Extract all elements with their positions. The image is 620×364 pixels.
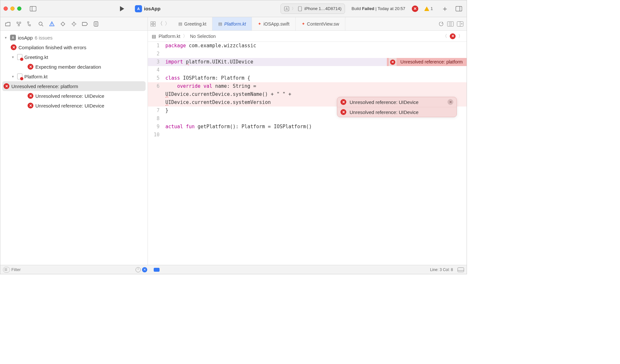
source-control-navigator-icon[interactable] <box>15 20 22 28</box>
line-number: 1 <box>148 42 164 50</box>
svg-point-17 <box>52 25 52 26</box>
code-line[interactable]: 10 <box>148 131 467 139</box>
project-row[interactable]: ▾ A iosApp 6 issues <box>0 33 148 42</box>
tab-contentview[interactable]: ✦ ContentView.sw <box>296 17 345 30</box>
run-button[interactable] <box>117 4 126 13</box>
breadcrumb-selection[interactable]: No Selection <box>190 34 216 39</box>
file-row-platform[interactable]: ▾ Platform.kt <box>0 72 148 81</box>
code-line[interactable]: 9actual fun getPlatform(): Platform = IO… <box>148 123 467 131</box>
tab-label: ContentView.sw <box>307 21 339 27</box>
error-icon: ✕ <box>340 99 346 105</box>
next-issue-button[interactable]: 〉 <box>458 33 463 39</box>
code-content[interactable]: package com.example.wizzclassic <box>164 42 467 50</box>
clear-filter-icon[interactable]: ✕ <box>142 267 147 272</box>
tab-greeting[interactable]: ▤ Greeting.kt <box>173 17 212 30</box>
add-editor-icon[interactable]: + <box>457 21 463 27</box>
issue-row[interactable]: ✕ Unresolved reference: UIDevice <box>0 91 148 101</box>
chevron-right-icon: 〉 <box>292 6 295 11</box>
svg-rect-5 <box>298 6 302 11</box>
line-number: 5 <box>148 74 164 82</box>
issue-row[interactable]: ✕ Expecting member declaration <box>0 62 148 72</box>
recent-filter-icon[interactable] <box>136 267 141 272</box>
line-number: 9 <box>148 123 164 131</box>
file-icon: ▤ <box>152 34 156 39</box>
build-state: Failed <box>362 6 375 11</box>
breakpoint-tag-icon[interactable] <box>154 268 160 272</box>
panel-toggle-icon[interactable] <box>458 267 464 272</box>
error-text: Unresolved reference: UIDevice <box>350 109 419 115</box>
error-icon[interactable]: ✕ <box>450 33 456 39</box>
svg-marker-18 <box>61 22 65 26</box>
sidebar-toggle-icon[interactable] <box>29 4 38 13</box>
symbol-navigator-icon[interactable] <box>26 20 33 28</box>
prev-issue-button[interactable]: 〈 <box>443 33 447 39</box>
scheme-selector[interactable]: A iosApp <box>135 5 161 12</box>
code-line[interactable]: 1package com.example.wizzclassic <box>148 42 467 50</box>
build-time: Today at 20:57 <box>377 6 405 11</box>
chevron-right-icon: 〉 <box>183 33 187 39</box>
zoom-window-button[interactable] <box>17 6 21 11</box>
warnings-indicator[interactable]: 1 <box>424 6 433 11</box>
tab-label: Greeting.kt <box>184 21 206 27</box>
errors-indicator[interactable]: ✕ <box>412 6 418 12</box>
library-icon[interactable] <box>454 4 463 13</box>
code-line[interactable]: 2 <box>148 50 467 58</box>
filter-icon[interactable] <box>3 267 10 273</box>
svg-text:A: A <box>285 7 288 11</box>
disclosure-icon[interactable]: ▾ <box>11 74 15 79</box>
test-navigator-icon[interactable] <box>59 20 66 28</box>
warning-icon <box>424 6 429 11</box>
minimize-window-button[interactable] <box>10 6 15 11</box>
line-number: 10 <box>148 131 164 139</box>
disclosure-icon[interactable]: ▾ <box>4 36 8 40</box>
code-content[interactable]: class IOSPlatform: Platform { <box>164 74 467 82</box>
code-content[interactable]: import platform.UIKit.UIDevice✕Unresolve… <box>164 58 467 66</box>
project-navigator-icon[interactable] <box>4 20 11 28</box>
svg-rect-35 <box>458 267 464 272</box>
disclosure-icon[interactable]: ▾ <box>11 55 15 59</box>
tab-label: Platform.kt <box>224 21 246 27</box>
code-line[interactable]: 4 <box>148 66 467 74</box>
reload-icon[interactable] <box>438 21 444 27</box>
close-icon[interactable]: ✕ <box>447 99 453 105</box>
issue-row[interactable]: ✕ Unresolved reference: UIDevice <box>0 101 148 110</box>
file-icon: ▤ <box>218 21 222 26</box>
error-text: Unresolved reference: UIDevice <box>350 99 419 105</box>
forward-button[interactable]: 〉 <box>165 20 170 27</box>
line-number: 6 <box>148 82 164 90</box>
tab-iosapp[interactable]: ✦ iOSApp.swift <box>252 17 295 30</box>
related-items-icon[interactable] <box>150 21 156 27</box>
issue-navigator-icon[interactable] <box>48 20 55 28</box>
run-destination[interactable]: A 〉 iPhone 1…4D8714) <box>280 4 345 14</box>
jump-bar[interactable]: ▤ Platform.kt 〉 No Selection 〈 ✕ 〉 <box>148 31 467 42</box>
code-line[interactable]: 3import platform.UIKit.UIDevice✕Unresolv… <box>148 58 467 66</box>
debug-navigator-icon[interactable] <box>70 20 78 28</box>
error-popup-row[interactable]: ✕ Unresolved reference: UIDevice <box>337 107 457 117</box>
code-content[interactable]: actual fun getPlatform(): Platform = IOS… <box>164 123 467 131</box>
back-button[interactable]: 〈 <box>158 20 163 27</box>
breakpoint-navigator-icon[interactable] <box>81 20 89 28</box>
issue-navigator[interactable]: ▾ A iosApp 6 issues ✕ Compilation finish… <box>0 31 148 265</box>
close-window-button[interactable] <box>4 6 8 11</box>
editor-tabs: ▤ Greeting.kt ▤ Platform.kt ✦ iOSApp.swi… <box>173 17 435 30</box>
svg-line-14 <box>42 25 43 26</box>
breadcrumb-file[interactable]: Platform.kt <box>159 34 180 39</box>
report-navigator-icon[interactable] <box>92 20 100 28</box>
navigator-toolbar: 〈 〉 ▤ Greeting.kt ▤ Platform.kt ✦ iOSApp… <box>0 17 467 31</box>
error-popup-row[interactable]: ✕ Unresolved reference: UIDevice ✕ <box>337 97 457 107</box>
tab-platform[interactable]: ▤ Platform.kt <box>212 17 252 30</box>
editor-nav: 〈 〉 <box>148 17 173 30</box>
inline-error[interactable]: ✕Unresolved reference: platform <box>387 58 467 66</box>
find-navigator-icon[interactable] <box>37 20 44 28</box>
editor-view-tools: + <box>435 17 467 30</box>
filter-input[interactable] <box>11 267 134 272</box>
issue-row-selected[interactable]: ✕ Unresolved reference: platform <box>2 81 146 91</box>
code-line[interactable]: 5class IOSPlatform: Platform { <box>148 74 467 82</box>
editor-layout-icon[interactable] <box>447 21 454 27</box>
build-status[interactable]: Build Failed | Today at 20:57 <box>352 6 405 11</box>
add-button[interactable]: ＋ <box>441 4 448 14</box>
issue-row[interactable]: ✕ Compilation finished with errors <box>0 42 148 52</box>
source-editor[interactable]: 1package com.example.wizzclassic23import… <box>148 42 467 265</box>
cursor-position: Line: 3 Col: 8 <box>430 267 453 272</box>
file-row-greeting[interactable]: ▾ Greeting.kt <box>0 52 148 62</box>
